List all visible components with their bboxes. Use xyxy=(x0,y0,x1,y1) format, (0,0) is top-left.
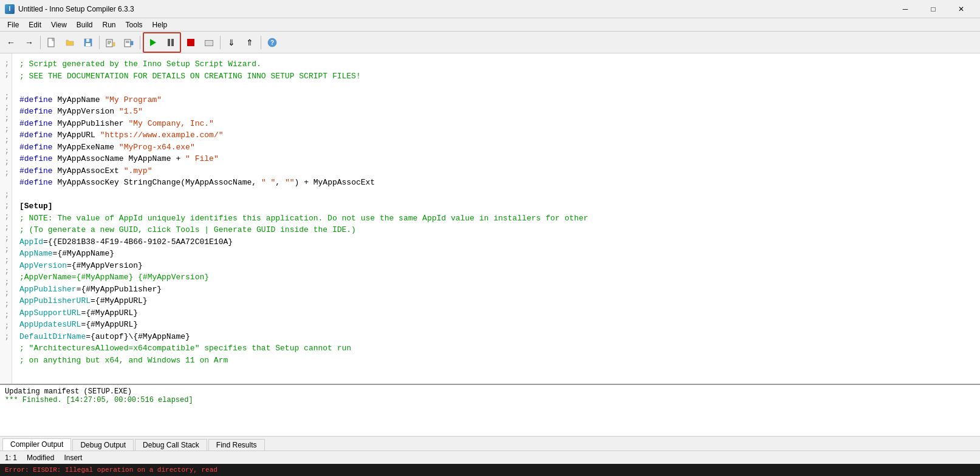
status-insert: Insert xyxy=(64,454,82,462)
svg-marker-8 xyxy=(112,42,115,46)
new-button[interactable] xyxy=(43,34,60,51)
svg-rect-2 xyxy=(86,39,89,42)
toolbar-sep-2 xyxy=(99,36,100,49)
svg-rect-9 xyxy=(125,39,131,47)
stop-button[interactable] xyxy=(182,34,199,51)
menu-help[interactable]: Help xyxy=(148,18,173,32)
save-button[interactable] xyxy=(80,34,97,51)
open-script-button[interactable] xyxy=(102,34,119,51)
toolbar-sep-1 xyxy=(40,36,41,49)
close-button[interactable]: ✕ xyxy=(947,0,975,18)
title-bar: I Untitled - Inno Setup Compiler 6.3.3 ─… xyxy=(0,0,980,18)
menu-tools[interactable]: Tools xyxy=(121,18,148,32)
svg-rect-15 xyxy=(171,39,174,46)
svg-rect-14 xyxy=(168,39,170,46)
status-position: 1: 1 xyxy=(5,454,17,462)
error-bar: Error: EISDIR: Illegal operation on a di… xyxy=(0,464,980,476)
svg-marker-13 xyxy=(150,39,156,46)
menu-run[interactable]: Run xyxy=(98,18,121,32)
menu-edit[interactable]: Edit xyxy=(24,18,46,32)
error-text: Error: EISDIR: Illegal operation on a di… xyxy=(5,466,218,474)
window-controls: ─ □ ✕ xyxy=(891,0,975,18)
tab-compiler-output[interactable]: Compiler Output xyxy=(2,438,71,450)
main: ; ; ; ; ; ; ; ; ; ; ; ; ; ; ; ; ; ; ; ; … xyxy=(0,53,980,476)
svg-marker-12 xyxy=(131,41,133,45)
compile-button[interactable] xyxy=(200,34,218,51)
tab-find-results[interactable]: Find Results xyxy=(208,439,265,450)
help-button[interactable]: ? xyxy=(264,34,281,51)
run-group xyxy=(143,32,181,53)
maximize-button[interactable]: □ xyxy=(919,0,947,18)
svg-text:?: ? xyxy=(270,39,274,46)
svg-rect-4 xyxy=(106,39,112,47)
svg-rect-3 xyxy=(86,43,91,46)
app-icon: I xyxy=(5,4,15,14)
output-line-updating: Updating manifest (SETUP.EXE) xyxy=(5,387,975,396)
back-button[interactable]: ← xyxy=(2,34,19,51)
step-into-button[interactable]: ⇓ xyxy=(223,34,240,51)
minimize-button[interactable]: ─ xyxy=(891,0,919,18)
step-over-button[interactable]: ⇑ xyxy=(241,34,258,51)
run-button[interactable] xyxy=(145,34,162,51)
menu-file[interactable]: File xyxy=(2,18,24,32)
line-numbers: ; ; ; ; ; ; ; ; ; ; ; ; ; ; ; ; ; ; ; ; … xyxy=(0,53,12,384)
status-bar: 1: 1 Modified Insert xyxy=(0,450,980,464)
editor-area[interactable]: ; ; ; ; ; ; ; ; ; ; ; ; ; ; ; ; ; ; ; ; … xyxy=(0,53,980,384)
open-button[interactable] xyxy=(61,34,78,51)
toolbar: ← → ⇓ ⇑ ? xyxy=(0,32,980,53)
output-tabs: Compiler Output Debug Output Debug Call … xyxy=(0,436,980,450)
menu-build[interactable]: Build xyxy=(72,18,98,32)
title-left: I Untitled - Inno Setup Compiler 6.3.3 xyxy=(5,4,134,14)
menu-bar: File Edit View Build Run Tools Help xyxy=(0,18,980,32)
forward-button[interactable]: → xyxy=(21,34,38,51)
toolbar-sep-3 xyxy=(140,36,140,49)
output-content: Updating manifest (SETUP.EXE) *** Finish… xyxy=(0,385,980,436)
toolbar-sep-5 xyxy=(261,36,261,49)
save-script-button[interactable] xyxy=(120,34,137,51)
status-modified: Modified xyxy=(27,454,54,462)
tab-debug-output[interactable]: Debug Output xyxy=(72,439,134,450)
title-text: Untitled - Inno Setup Compiler 6.3.3 xyxy=(18,5,134,13)
svg-rect-18 xyxy=(205,41,213,46)
code-content[interactable]: ; Script generated by the Inno Setup Scr… xyxy=(12,53,980,384)
toolbar-sep-4 xyxy=(220,36,221,49)
pause-button[interactable] xyxy=(162,34,179,51)
output-line-finished: *** Finished. [14:27:05, 00:00:516 elaps… xyxy=(5,396,975,404)
svg-rect-16 xyxy=(187,39,194,46)
output-panel: Updating manifest (SETUP.EXE) *** Finish… xyxy=(0,384,980,450)
tab-debug-call-stack[interactable]: Debug Call Stack xyxy=(135,439,207,450)
menu-view[interactable]: View xyxy=(46,18,72,32)
